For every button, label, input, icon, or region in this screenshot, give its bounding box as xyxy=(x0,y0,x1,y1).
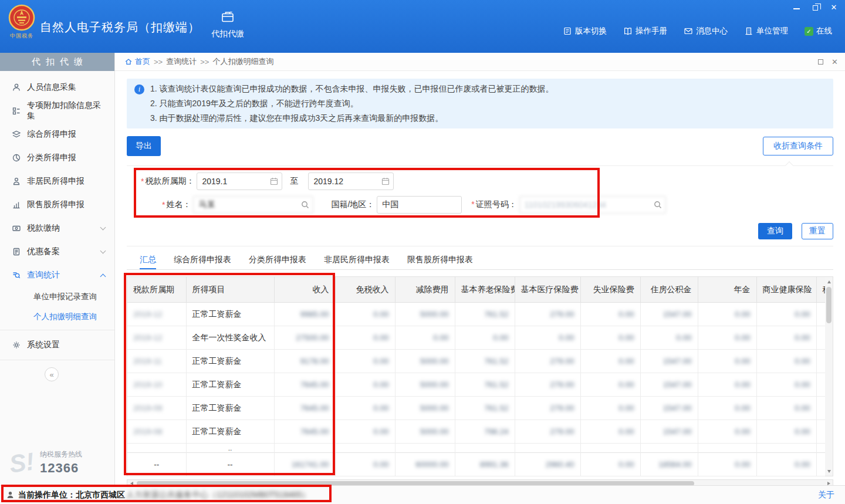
sidebar-item-preference-filing[interactable]: 优惠备案 xyxy=(0,240,114,263)
minimize-icon[interactable] xyxy=(792,3,800,11)
nav-version-switch[interactable]: 版本切换 xyxy=(563,26,607,36)
home-icon xyxy=(124,57,133,66)
totals-pension: 8991.36 xyxy=(455,453,515,476)
sidebar: 代扣代缴 人员信息采集 专项附加扣除信息采集 xyxy=(0,53,115,485)
name-input[interactable] xyxy=(193,196,313,214)
cell-annuity: 0.00 xyxy=(698,303,756,326)
notice-line-3: 3. 由于数据处理的滞后性，建议您在申报成功3天之后再来查询最新的申报数据。 xyxy=(150,111,825,126)
col-header: 税款所属期 xyxy=(127,277,186,303)
sidebar-item-personnel-info[interactable]: 人员信息采集 xyxy=(0,76,114,99)
table-row[interactable]: 2019-12 正常工资薪金 9985.00 0.00 5000.00 761.… xyxy=(127,303,825,326)
nationality-input[interactable] xyxy=(377,196,462,214)
cell-taxfree: 0.00 xyxy=(335,373,395,397)
tab-comprehensive-income[interactable]: 综合所得申报表 xyxy=(174,252,231,269)
toolbar: 导出 收折查询条件 xyxy=(127,136,833,156)
restore-icon[interactable] xyxy=(811,3,819,11)
app-title: 自然人电子税务局（扣缴端） xyxy=(40,19,200,35)
table-row[interactable]: 2019-12 全年一次性奖金收入 27500.00 0.00 0.00 0.0… xyxy=(127,326,825,350)
id-number-label: 证照号码： xyxy=(476,199,517,209)
table-row[interactable]: 2019-10 正常工资薪金 7645.00 0.00 5000.00 761.… xyxy=(127,373,825,397)
module-tab-withholding[interactable]: 代扣代缴 xyxy=(207,10,249,39)
search-button[interactable]: 查询 xyxy=(758,223,792,239)
nav-online-status[interactable]: ✓ 在线 xyxy=(805,26,832,36)
table-row[interactable]: 2019-11 正常工资薪金 9178.00 0.00 5000.00 761.… xyxy=(127,350,825,373)
nav-label: 消息中心 xyxy=(696,26,728,36)
scroll-up-arrow-icon[interactable] xyxy=(825,278,833,286)
sidebar-item-label: 专项附加扣除信息采集 xyxy=(27,100,105,121)
breadcrumb-home[interactable]: 首页 xyxy=(124,56,150,67)
scroll-left-arrow-icon[interactable] xyxy=(127,480,136,485)
horizontal-scrollbar[interactable] xyxy=(127,479,833,485)
collapse-separator xyxy=(127,165,833,166)
layers-icon xyxy=(12,130,21,139)
sidebar-item-label: 税款缴纳 xyxy=(27,223,60,234)
close-icon[interactable]: ✕ xyxy=(830,3,838,11)
sidebar-collapse-button[interactable]: « xyxy=(45,367,59,381)
reset-button[interactable]: 重置 xyxy=(802,223,833,239)
id-number-input[interactable] xyxy=(519,196,666,214)
tab-nonresident-income[interactable]: 非居民所得申报表 xyxy=(324,252,390,269)
cell-deduction: 5000.00 xyxy=(395,373,455,397)
table-row[interactable]: 2019-09 正常工资薪金 7645.00 0.00 5000.00 761.… xyxy=(127,397,825,420)
col-header: 收入 xyxy=(274,277,335,303)
horizontal-scroll-thumb[interactable] xyxy=(137,481,694,485)
cell-income-item: 全年一次性奖金收入 xyxy=(186,326,274,350)
notice-line-2: 2. 只能查询2019年及之后的数据，不能进行跨年度查询。 xyxy=(150,96,825,111)
sidebar-subitem-personal-withholding-detail-query[interactable]: 个人扣缴明细查询 xyxy=(0,307,114,327)
cell-income-item: 正常工资薪金 xyxy=(186,373,274,397)
nav-message-center[interactable]: 消息中心 xyxy=(684,26,728,36)
cell-housing-fund: 1547.00 xyxy=(640,397,698,420)
sidebar-item-special-deduction[interactable]: 专项附加扣除信息采集 xyxy=(0,99,114,123)
panel-restore-icon[interactable] xyxy=(818,59,823,65)
cell-unemployment: 0.00 xyxy=(580,350,640,373)
cell-medical: 279.00 xyxy=(515,350,580,373)
collapse-query-button[interactable]: 收折查询条件 xyxy=(763,137,833,155)
sidebar-item-classified-income[interactable]: 分类所得申报 xyxy=(0,146,114,170)
panel-close-icon[interactable]: ✕ xyxy=(832,57,838,66)
col-header: 免税收入 xyxy=(335,277,395,303)
nav-manual[interactable]: 操作手册 xyxy=(623,26,667,36)
table-totals-row: -- -- 161741.00 0.00 60000.00 8991.36 29… xyxy=(127,453,825,476)
sidebar-item-label: 系统设置 xyxy=(27,340,60,350)
period-start-input[interactable] xyxy=(197,172,282,190)
sidebar-item-tax-payment[interactable]: 税款缴纳 xyxy=(0,217,114,240)
scroll-right-arrow-icon[interactable] xyxy=(824,480,833,485)
cell-medical: 279.00 xyxy=(515,420,580,444)
vertical-scrollbar[interactable] xyxy=(825,276,833,476)
sidebar-subitem-unit-declaration-query[interactable]: 单位申报记录查询 xyxy=(0,287,114,307)
sidebar-item-system-settings[interactable]: 系统设置 xyxy=(0,333,114,357)
totals-deduction: 60000.00 xyxy=(395,453,455,476)
scroll-down-arrow-icon[interactable] xyxy=(825,467,833,475)
cell-tax-deferred: 0.00 xyxy=(816,397,825,420)
cell-medical: 279.00 xyxy=(515,397,580,420)
period-label: 税款所属期： xyxy=(145,176,194,187)
sidebar-item-comprehensive-income[interactable]: 综合所得申报 xyxy=(0,123,114,146)
about-link[interactable]: 关于 xyxy=(818,490,834,500)
breadcrumb-level2[interactable]: 查询统计 xyxy=(166,56,197,67)
table-row[interactable]: 2019-08 正常工资薪金 7645.00 0.00 5000.00 798.… xyxy=(127,420,825,444)
hotline-block: S! 纳税服务热线 12366 xyxy=(0,449,114,476)
nav-org-management[interactable]: 单位管理 xyxy=(744,26,788,36)
tab-summary[interactable]: 汇总 xyxy=(140,252,156,269)
cell-unemployment: 0.00 xyxy=(580,326,640,350)
sidebar-item-label: 人员信息采集 xyxy=(27,82,76,93)
cell-health-insurance: 0.00 xyxy=(756,326,816,350)
totals-period: -- xyxy=(127,453,186,476)
cell-pension: 761.52 xyxy=(455,397,515,420)
required-mark: * xyxy=(141,177,144,186)
export-button[interactable]: 导出 xyxy=(127,136,161,156)
vertical-scroll-thumb[interactable] xyxy=(826,287,832,323)
tab-classified-income[interactable]: 分类所得申报表 xyxy=(249,252,306,269)
col-header: 基本养老保险费 xyxy=(455,277,515,303)
breadcrumb-home-label: 首页 xyxy=(135,56,150,67)
sidebar-item-nonresident-income[interactable]: 非居民所得申报 xyxy=(0,170,114,193)
cell-tax-deferred: 0.00 xyxy=(816,373,825,397)
period-end-input[interactable] xyxy=(308,172,394,190)
cell-income: 7645.00 xyxy=(274,373,335,397)
sidebar-item-restricted-stock[interactable]: 限售股所得申报 xyxy=(0,193,114,217)
cell-taxfree: 0.00 xyxy=(335,350,395,373)
tab-restricted-stock[interactable]: 限售股所得申报表 xyxy=(407,252,473,269)
form-list-icon xyxy=(12,106,21,116)
cell-income: 7645.00 xyxy=(274,397,335,420)
sidebar-item-query-statistics[interactable]: 查询统计 xyxy=(0,263,114,287)
